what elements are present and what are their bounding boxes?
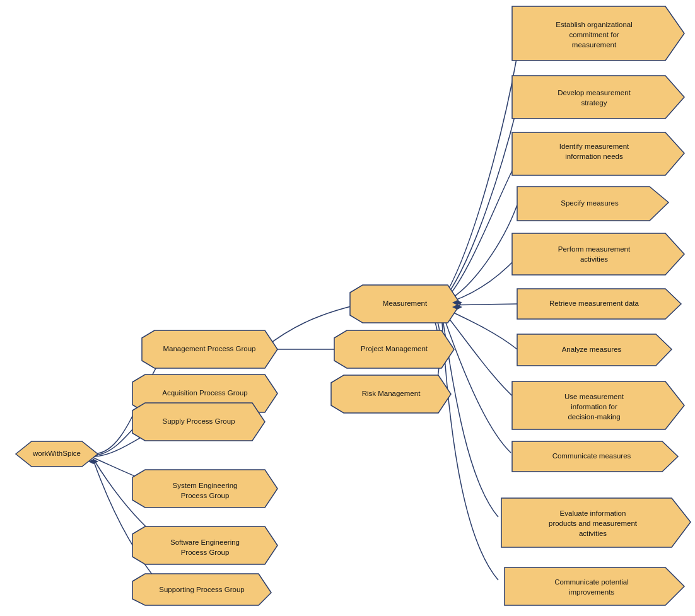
node-establishCommitment: Establish organizational commitment for … [512, 6, 684, 61]
label-comm-meas: Communicate measures [552, 452, 631, 460]
node-identifyNeeds: Identify measurement information needs [512, 132, 684, 175]
svg-marker-20 [505, 567, 684, 605]
node-retrieveData: Retrieve measurement data [517, 289, 681, 319]
label-establish2: commitment for [569, 31, 619, 38]
node-systemEngineeringProcessGroup: System Engineering Process Group [132, 470, 277, 508]
diagram: workWithSpice Management Process Group A… [0, 0, 695, 616]
node-supportingProcessGroup: Supporting Process Group [132, 574, 271, 605]
node-supplyProcessGroup: Supply Process Group [132, 403, 265, 441]
node-specifyMeasures: Specify measures [517, 187, 669, 221]
label-use3: decision-making [568, 413, 620, 421]
label-use2: information for [571, 403, 617, 410]
label-eval1: Evaluate information [560, 509, 626, 517]
label-syseng: System Engineering [173, 482, 238, 489]
label-use1: Use measurement [564, 393, 624, 400]
label-specify: Specify measures [561, 199, 619, 207]
label-identify1: Identify measurement [559, 142, 629, 150]
label-acq: Acquisition Process Group [162, 389, 248, 397]
label-risk: Risk Management [362, 390, 421, 397]
label-eval3: activities [579, 530, 607, 537]
node-communicateMeasures: Communicate measures [512, 441, 678, 472]
label-develop2: strategy [581, 99, 607, 107]
label-pm: Project Management [361, 345, 428, 352]
label-establish3: measurement [572, 41, 617, 49]
label-retrieve: Retrieve measurement data [549, 299, 640, 307]
label-perform1: Perform measurement [558, 245, 631, 253]
label-syseng2: Process Group [181, 492, 230, 499]
svg-marker-11 [512, 76, 684, 119]
label-supply: Supply Process Group [162, 417, 235, 425]
label-develop1: Develop measurement [558, 89, 631, 96]
node-measurement: Measurement [350, 285, 460, 323]
label-identify2: information needs [565, 153, 623, 160]
node-projectManagement: Project Management [334, 330, 454, 368]
label-mgmt: Management Process Group [163, 345, 255, 352]
label-supporting: Supporting Process Group [159, 586, 245, 593]
node-developStrategy: Develop measurement strategy [512, 76, 684, 119]
label-eval2: products and measurement [549, 520, 638, 527]
label-measurement: Measurement [383, 299, 428, 307]
svg-marker-14 [512, 233, 684, 275]
node-useMeasurementInfo: Use measurement information for decision… [512, 381, 684, 429]
node-analyzeMeasures: Analyze measures [517, 334, 672, 366]
node-communicatePotential: Communicate potential improvements [505, 567, 684, 605]
label-analyze: Analyze measures [562, 346, 622, 353]
label-comm-pot1: Communicate potential [554, 578, 629, 586]
node-riskManagement: Risk Management [331, 375, 451, 413]
label-softeng2: Process Group [181, 549, 230, 556]
label-perform2: activities [580, 255, 608, 263]
node-workWithSpice: workWithSpice [16, 441, 98, 467]
label-workWithSpice: workWithSpice [32, 450, 81, 457]
label-comm-pot2: improvements [569, 588, 614, 596]
label-softeng: Software Engineering [170, 538, 240, 546]
node-performActivities: Perform measurement activities [512, 233, 684, 275]
node-softwareEngineeringProcessGroup: Software Engineering Process Group [132, 526, 277, 564]
node-evaluateInfo: Evaluate information products and measur… [501, 498, 691, 547]
node-managementProcessGroup: Management Process Group [142, 330, 277, 368]
label-establish1: Establish organizational [556, 21, 632, 28]
